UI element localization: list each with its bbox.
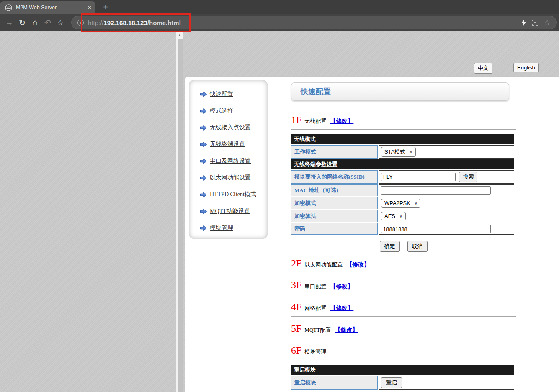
page-viewport: ▲ 中文 English 快速配置 模式选择: [0, 31, 559, 392]
table-row: 密码: [291, 223, 514, 235]
restart-button[interactable]: 重启: [381, 377, 402, 388]
table-row: MAC 地址（可选）: [291, 184, 514, 196]
divider: [291, 129, 516, 130]
encryption-mode-select[interactable]: WPA2PSK∨: [381, 199, 420, 208]
arrow-right-icon: [200, 175, 207, 181]
arrow-right-icon: [200, 158, 207, 164]
table-row: 模块要接入的网络名称(SSID) 搜索: [291, 170, 514, 184]
browser-window: M2M Web Server × + → ↻ ⌂ ↶ ☆ i http://19…: [0, 0, 559, 392]
sidebar-item-module-admin[interactable]: 模块管理: [189, 220, 268, 236]
table-header-wireless-mode: 无线模式: [291, 134, 514, 144]
page-title-panel: 快速配置: [291, 82, 509, 101]
home-icon[interactable]: ⌂: [30, 14, 41, 31]
modify-link-mqtt[interactable]: 【修改】: [335, 326, 358, 334]
section-4f: 4F 网络配置 【修改】: [291, 301, 516, 312]
sidebar-item-mode-select[interactable]: 模式选择: [189, 102, 268, 119]
annotation-highlight: [81, 13, 191, 32]
sidebar-item-mqtt[interactable]: MQTT功能设置: [189, 203, 268, 220]
arrow-right-icon: [200, 108, 207, 114]
section-6f: 6F 模块管理: [291, 345, 516, 356]
new-tab-button[interactable]: +: [100, 1, 111, 14]
mac-address-input[interactable]: [381, 186, 491, 195]
divider: [291, 273, 516, 274]
search-button[interactable]: 搜索: [459, 172, 477, 182]
sidebar-item-quick-config[interactable]: 快速配置: [189, 86, 268, 102]
main-panel: 快速配置 模式选择 无线接入点设置 无线终端设置: [185, 76, 559, 392]
arrow-right-icon: [200, 225, 207, 231]
sidebar-item-ethernet[interactable]: 以太网功能设置: [189, 169, 268, 186]
favorite-star-icon[interactable]: ☆: [544, 18, 551, 27]
reload-icon[interactable]: ↻: [17, 14, 28, 31]
sidebar-menu: 快速配置 模式选择 无线接入点设置 无线终端设置: [189, 80, 268, 239]
sidebar-item-httpd-client[interactable]: HTTPD Client模式: [189, 186, 268, 203]
bookmark-star-icon[interactable]: ☆: [55, 14, 66, 31]
arrow-right-icon: [200, 208, 207, 215]
arrow-right-icon: [200, 192, 207, 198]
language-english-button[interactable]: English: [513, 63, 539, 72]
table-header-sta-params: 无线终端参数设置: [291, 159, 514, 169]
site-favicon-icon: [5, 4, 12, 11]
wireless-config-table: 无线模式 工作模式 STA模式∨ 无线终端参数设置 模块要接入的网络名称(SSI…: [290, 133, 515, 236]
section-2f: 2F 以太网功能配置 【修改】: [291, 258, 516, 269]
divider: [291, 360, 516, 361]
section-5f: 5F MQTT配置 【修改】: [291, 323, 516, 334]
table-row: 加密模式 WPA2PSK∨: [291, 197, 514, 209]
forward-icon[interactable]: →: [4, 14, 15, 31]
sidebar-item-serial-network[interactable]: 串口及网络设置: [189, 153, 268, 169]
tab-close-icon[interactable]: ×: [88, 4, 91, 11]
scrollbar-thumb[interactable]: [178, 39, 183, 392]
ssid-input[interactable]: [381, 173, 456, 181]
arrow-right-icon: [200, 141, 207, 148]
arrow-right-icon: [200, 91, 207, 97]
sidebar-item-wireless-ap[interactable]: 无线接入点设置: [189, 119, 268, 136]
table-row: 加密算法 AES∨: [291, 210, 514, 222]
back-icon[interactable]: ↶: [42, 14, 53, 31]
page-title: 快速配置: [301, 87, 331, 97]
main-content: 快速配置 1F 无线配置 【修改】 无线模式 工作模式 STA模式∨: [291, 82, 516, 391]
divider: [291, 316, 516, 317]
scrollbar-up-icon[interactable]: ▲: [176, 31, 183, 39]
table-row: 工作模式 STA模式∨: [291, 145, 514, 159]
cancel-button[interactable]: 取消: [407, 241, 428, 252]
modify-link-wireless[interactable]: 【修改】: [330, 118, 353, 125]
chevron-down-icon: ∨: [410, 150, 412, 154]
chevron-down-icon: ∨: [415, 201, 417, 205]
password-input[interactable]: [381, 225, 491, 233]
table-row: 重启模块 重启: [291, 376, 514, 390]
form-actions: 确定 取消: [291, 241, 516, 252]
divider: [291, 295, 516, 295]
modify-link-serial[interactable]: 【修改】: [330, 283, 353, 290]
capture-frame-icon[interactable]: [532, 20, 538, 26]
arrow-right-icon: [200, 125, 207, 131]
chevron-down-icon: ∨: [399, 214, 402, 218]
work-mode-select[interactable]: STA模式∨: [381, 147, 416, 157]
sidebar-item-wireless-sta[interactable]: 无线终端设置: [189, 136, 268, 153]
ok-button[interactable]: 确定: [380, 241, 400, 252]
language-chinese-button[interactable]: 中文: [474, 63, 492, 74]
modify-link-ethernet[interactable]: 【修改】: [346, 261, 370, 269]
lightning-icon[interactable]: [521, 19, 526, 26]
tab-bar: M2M Web Server × +: [0, 0, 559, 14]
vertical-scrollbar[interactable]: ▲: [176, 31, 183, 392]
section-1f: 1F 无线配置 【修改】: [291, 114, 516, 125]
browser-tab[interactable]: M2M Web Server ×: [0, 1, 95, 14]
tab-title: M2M Web Server: [16, 5, 85, 10]
divider: [291, 338, 516, 339]
section-3f: 3F 串口配置 【修改】: [291, 279, 516, 290]
modify-link-network[interactable]: 【修改】: [330, 305, 353, 312]
table-header-restart: 重启模块: [291, 365, 514, 375]
content-pane: 中文 English 快速配置 模式选择 无线接入点设置: [183, 31, 559, 392]
restart-table: 重启模块 重启模块 重启: [290, 364, 515, 391]
encryption-algorithm-select[interactable]: AES∨: [381, 212, 406, 220]
